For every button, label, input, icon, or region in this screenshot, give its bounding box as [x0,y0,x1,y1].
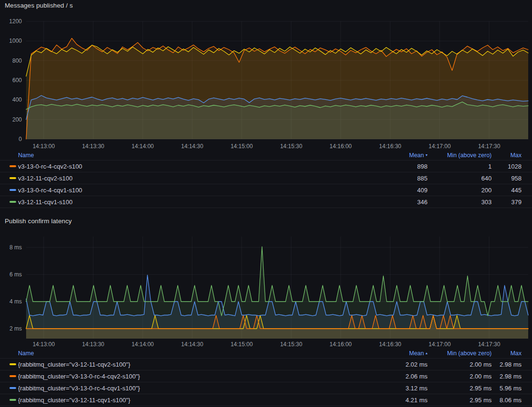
series-color-swatch[interactable] [10,201,16,203]
svg-text:8 ms: 8 ms [10,244,22,251]
series-color-swatch[interactable] [10,387,16,389]
min-value: 2.00 ms [428,361,492,368]
mean-value: 885 [356,175,428,182]
min-value: 2.95 ms [428,397,492,404]
svg-text:14:15:30: 14:15:30 [280,341,303,348]
legend-table-messages-published: Name Mean ▾ Min (above zero) Max v3-13-0… [0,151,532,208]
svg-text:14:15:00: 14:15:00 [230,143,253,150]
chart-plot-area-messages-published[interactable] [26,21,528,139]
grafana-dashboard: { "colors": { "background": "#111217", "… [0,0,532,407]
legend-row[interactable]: v3-13-0-rc-4-cqv1-s100 409 200 445 [0,184,532,196]
series-color-swatch[interactable] [10,399,16,401]
series-name[interactable]: {rabbitmq_cluster="v3-13-0-rc-4-cqv1-s10… [18,385,356,392]
svg-text:400: 400 [12,96,22,103]
legend-row[interactable]: {rabbitmq_cluster="v3-12-11-cqv2-s100"} … [0,358,532,370]
max-value: 2.98 ms [492,373,522,380]
svg-text:14:17:30: 14:17:30 [478,143,500,150]
legend-row[interactable]: v3-12-11-cqv2-s100 885 640 958 [0,172,532,184]
svg-text:14:14:30: 14:14:30 [181,341,203,348]
min-value: 640 [428,175,492,182]
max-value: 445 [492,187,522,194]
series-name[interactable]: v3-13-0-rc-4-cqv1-s100 [18,187,356,194]
svg-text:1000: 1000 [9,38,22,44]
svg-text:14:17:30: 14:17:30 [478,341,500,348]
svg-text:14:15:30: 14:15:30 [280,143,303,150]
svg-text:14:16:00: 14:16:00 [330,341,352,348]
series-color-swatch[interactable] [10,375,16,377]
min-value: 303 [428,199,492,206]
svg-text:600: 600 [12,77,22,84]
legend-header-mean[interactable]: Mean ▾ [356,152,428,159]
svg-text:6 ms: 6 ms [10,271,22,278]
svg-text:4 ms: 4 ms [10,298,22,305]
svg-text:14:14:30: 14:14:30 [181,143,203,150]
legend-row[interactable]: {rabbitmq_cluster="v3-13-0-rc-4-cqv2-s10… [0,370,532,382]
series-color-swatch[interactable] [10,363,16,365]
svg-text:1200: 1200 [9,18,22,25]
mean-value: 2.06 ms [356,373,428,380]
mean-value: 409 [356,187,428,194]
legend-row[interactable]: v3-12-11-cqv1-s100 346 303 379 [0,196,532,208]
svg-text:14:13:30: 14:13:30 [82,143,104,150]
legend-header-min[interactable]: Min (above zero) [428,152,492,159]
legend-row[interactable]: v3-13-0-rc-4-cqv2-s100 898 1 1028 [0,160,532,172]
max-value: 2.98 ms [492,361,522,368]
legend-header-mean[interactable]: Mean ▴ [356,350,428,357]
min-value: 2.00 ms [428,373,492,380]
legend-header-max[interactable]: Max [492,350,522,357]
max-value: 379 [492,199,522,206]
svg-text:14:13:30: 14:13:30 [82,341,104,348]
series-name[interactable]: v3-12-11-cqv1-s100 [18,199,356,206]
series-name[interactable]: {rabbitmq_cluster="v3-13-0-rc-4-cqv2-s10… [18,373,356,380]
series-color-swatch[interactable] [10,189,16,191]
mean-value: 3.12 ms [356,385,428,392]
svg-text:200: 200 [12,116,22,123]
min-value: 2.95 ms [428,385,492,392]
svg-text:14:16:00: 14:16:00 [330,143,352,150]
mean-value: 2.02 ms [356,361,428,368]
svg-text:0: 0 [19,136,22,142]
svg-text:14:16:30: 14:16:30 [379,143,401,150]
max-value: 8.06 ms [492,397,522,404]
legend-row[interactable]: {rabbitmq_cluster="v3-13-0-rc-4-cqv1-s10… [0,382,532,394]
chart-plot-area-publish-confirm-latency[interactable] [26,237,528,339]
series-name[interactable]: {rabbitmq_cluster="v3-12-11-cqv1-s100"} [18,397,356,404]
svg-text:2 ms: 2 ms [10,325,22,332]
mean-value: 346 [356,199,428,206]
min-value: 1 [428,163,492,170]
mean-value: 4.21 ms [356,397,428,404]
legend-header-max[interactable]: Max [492,152,522,159]
svg-text:14:15:00: 14:15:00 [230,341,253,348]
svg-text:14:13:00: 14:13:00 [33,143,55,150]
min-value: 200 [428,187,492,194]
svg-text:14:17:00: 14:17:00 [428,341,451,348]
svg-text:14:16:30: 14:16:30 [379,341,401,348]
series-name[interactable]: {rabbitmq_cluster="v3-12-11-cqv2-s100"} [18,361,356,368]
max-value: 958 [492,175,522,182]
series-name[interactable]: v3-13-0-rc-4-cqv2-s100 [18,163,356,170]
series-color-swatch[interactable] [10,177,16,179]
panel-title-messages-published[interactable]: Messages published / s [5,2,73,9]
series-color-swatch[interactable] [10,165,16,167]
legend-header-row: Name Mean ▾ Min (above zero) Max [0,151,532,160]
svg-text:14:17:00: 14:17:00 [428,143,451,150]
legend-header-name[interactable]: Name [18,152,356,159]
svg-text:14:13:00: 14:13:00 [33,341,55,348]
legend-header-min[interactable]: Min (above zero) [428,350,492,357]
legend-header-name[interactable]: Name [18,350,356,357]
max-value: 1028 [492,163,522,170]
mean-value: 898 [356,163,428,170]
legend-row[interactable]: {rabbitmq_cluster="v3-12-11-cqv1-s100"} … [0,394,532,406]
svg-text:800: 800 [12,57,22,64]
series-name[interactable]: v3-12-11-cqv2-s100 [18,175,356,182]
max-value: 5.96 ms [492,385,522,392]
legend-header-row: Name Mean ▴ Min (above zero) Max [0,349,532,358]
legend-table-publish-confirm-latency: Name Mean ▴ Min (above zero) Max {rabbit… [0,349,532,406]
svg-text:14:14:00: 14:14:00 [132,143,154,150]
panel-title-publish-confirm-latency[interactable]: Publish confirm latency [5,218,72,225]
svg-text:14:14:00: 14:14:00 [132,341,154,348]
